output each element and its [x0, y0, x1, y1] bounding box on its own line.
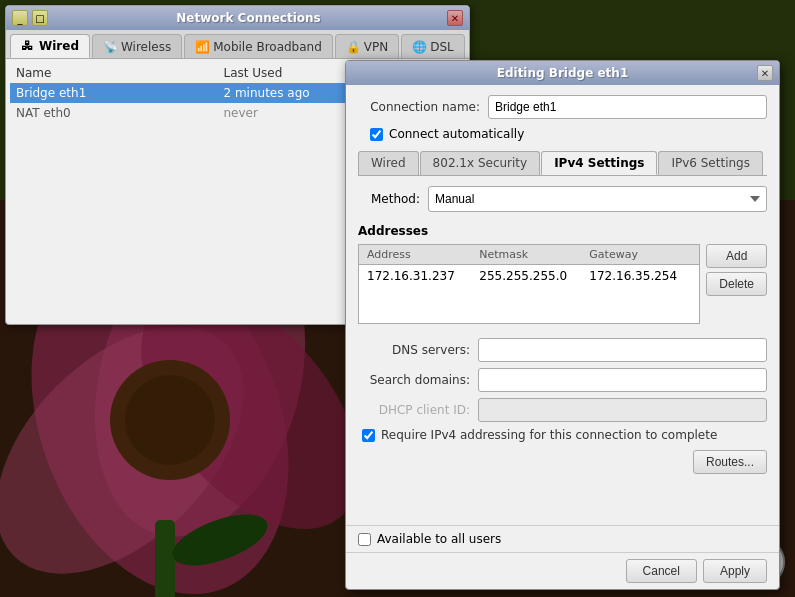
inner-tab-ipv4[interactable]: IPv4 Settings — [541, 151, 657, 175]
available-checkbox[interactable] — [358, 533, 371, 546]
require-ipv4-row: Require IPv4 addressing for this connect… — [358, 428, 767, 442]
routes-button[interactable]: Routes... — [693, 450, 767, 474]
addresses-buttons: Add Delete — [706, 244, 767, 330]
connection-name-label: Connection name: — [358, 100, 488, 114]
addresses-left: Address Netmask Gateway 172.16.31.237 25… — [358, 244, 700, 330]
addresses-table: Address Netmask Gateway 172.16.31.237 25… — [358, 244, 700, 324]
apply-button[interactable]: Apply — [703, 559, 767, 583]
addr-col-gateway: Gateway — [585, 247, 695, 262]
require-ipv4-label: Require IPv4 addressing for this connect… — [381, 428, 717, 442]
dhcp-row: DHCP client ID: — [358, 398, 767, 422]
editing-dialog-title: Editing Bridge eth1 — [368, 66, 757, 80]
routes-row: Routes... — [358, 450, 767, 474]
addr-col-netmask: Netmask — [475, 247, 585, 262]
connect-auto-checkbox[interactable] — [370, 128, 383, 141]
delete-address-button[interactable]: Delete — [706, 272, 767, 296]
dsl-tab-icon: 🌐 — [412, 40, 426, 54]
dhcp-label: DHCP client ID: — [358, 403, 478, 417]
addresses-section: Address Netmask Gateway 172.16.31.237 25… — [358, 244, 767, 330]
connect-auto-row: Connect automatically — [358, 127, 767, 141]
editing-dialog: Editing Bridge eth1 ✕ Connection name: C… — [345, 60, 780, 590]
vpn-tab-icon: 🔒 — [346, 40, 360, 54]
wired-tab-icon: 🖧 — [21, 39, 35, 53]
addr-value-netmask: 255.255.255.0 — [475, 268, 585, 284]
tab-wired-label: Wired — [39, 39, 79, 53]
col-name: Name — [10, 63, 217, 83]
dns-input[interactable] — [478, 338, 767, 362]
addr-value-address: 172.16.31.237 — [363, 268, 475, 284]
network-connections-titlebar: _ □ Network Connections ✕ — [6, 6, 469, 30]
inner-tab-wired[interactable]: Wired — [358, 151, 419, 175]
tab-wired[interactable]: 🖧 Wired — [10, 34, 90, 58]
close-button[interactable]: ✕ — [447, 10, 463, 26]
mobile-tab-icon: 📶 — [195, 40, 209, 54]
network-connections-title: Network Connections — [50, 11, 447, 25]
connections-tabs: 🖧 Wired 📡 Wireless 📶 Mobile Broadband 🔒 … — [6, 30, 469, 59]
available-row: Available to all users — [346, 525, 779, 552]
titlebar-buttons: _ □ — [12, 10, 50, 26]
maximize-button[interactable]: □ — [32, 10, 48, 26]
dialog-footer: Cancel Apply — [346, 552, 779, 589]
conn-name-nat: NAT eth0 — [10, 103, 217, 123]
tab-wireless-label: Wireless — [121, 40, 171, 54]
dhcp-input — [478, 398, 767, 422]
connection-name-input[interactable] — [488, 95, 767, 119]
editing-dialog-titlebar: Editing Bridge eth1 ✕ — [346, 61, 779, 85]
conn-name-bridge: Bridge eth1 — [10, 83, 217, 103]
tab-dsl-label: DSL — [430, 40, 454, 54]
require-ipv4-checkbox[interactable] — [362, 429, 375, 442]
method-row: Method: Manual Automatic (DHCP) Link-Loc… — [358, 186, 767, 212]
tab-mobile-broadband[interactable]: 📶 Mobile Broadband — [184, 34, 333, 58]
editing-dialog-content: Connection name: Connect automatically W… — [346, 85, 779, 494]
available-label: Available to all users — [377, 532, 501, 546]
connection-name-row: Connection name: — [358, 95, 767, 119]
addresses-header: Address Netmask Gateway — [359, 245, 699, 265]
tab-wireless[interactable]: 📡 Wireless — [92, 34, 182, 58]
tab-dsl[interactable]: 🌐 DSL — [401, 34, 465, 58]
method-label: Method: — [358, 192, 428, 206]
cancel-button[interactable]: Cancel — [626, 559, 697, 583]
addr-value-gateway: 172.16.35.254 — [585, 268, 695, 284]
add-address-button[interactable]: Add — [706, 244, 767, 268]
dns-row: DNS servers: — [358, 338, 767, 362]
search-domains-label: Search domains: — [358, 373, 478, 387]
inner-tabs: Wired 802.1x Security IPv4 Settings IPv6… — [358, 151, 767, 176]
editing-dialog-close-button[interactable]: ✕ — [757, 65, 773, 81]
connect-auto-label: Connect automatically — [389, 127, 524, 141]
inner-tab-8021x[interactable]: 802.1x Security — [420, 151, 541, 175]
inner-tab-ipv6[interactable]: IPv6 Settings — [658, 151, 763, 175]
addr-col-address: Address — [363, 247, 475, 262]
tab-vpn-label: VPN — [364, 40, 388, 54]
minimize-button[interactable]: _ — [12, 10, 28, 26]
addresses-section-title: Addresses — [358, 224, 767, 238]
dialog-bottom: Available to all users Cancel Apply — [346, 525, 779, 589]
dns-label: DNS servers: — [358, 343, 478, 357]
tab-mobile-label: Mobile Broadband — [213, 40, 322, 54]
address-row[interactable]: 172.16.31.237 255.255.255.0 172.16.35.25… — [359, 265, 699, 287]
tab-vpn[interactable]: 🔒 VPN — [335, 34, 399, 58]
method-select[interactable]: Manual Automatic (DHCP) Link-Local Only … — [428, 186, 767, 212]
search-domains-row: Search domains: — [358, 368, 767, 392]
search-domains-input[interactable] — [478, 368, 767, 392]
wireless-tab-icon: 📡 — [103, 40, 117, 54]
